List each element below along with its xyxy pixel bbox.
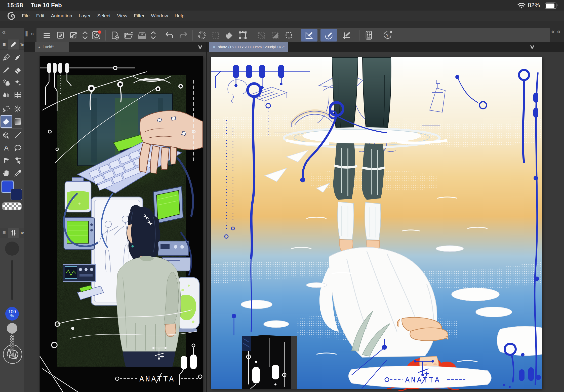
rotate-canvas-button[interactable]: [3, 344, 23, 364]
tool-figure[interactable]: [12, 129, 24, 142]
tool-eraser[interactable]: [12, 64, 24, 76]
menu-select[interactable]: Select: [94, 11, 114, 21]
canvas-shore[interactable]: ANATTA: [211, 57, 542, 389]
open-canvas-button[interactable]: [122, 29, 135, 41]
snap-to-grid-button[interactable]: [340, 29, 353, 41]
command-bar-collapse-icon[interactable]: «: [551, 28, 555, 35]
menu-help[interactable]: Help: [171, 11, 188, 21]
lasso-icon: [3, 105, 10, 113]
invert-selection-icon: [271, 31, 279, 39]
tool-selection[interactable]: [1, 103, 12, 115]
bar-expand-button[interactable]: [81, 29, 89, 41]
tool-gradient[interactable]: [12, 115, 24, 128]
save-canvas-button[interactable]: [135, 29, 149, 41]
companion-mode-button[interactable]: [67, 29, 81, 41]
undo-button[interactable]: [163, 29, 176, 41]
tool-text[interactable]: A: [1, 142, 12, 154]
expand-icon: [57, 31, 64, 39]
date: Tue 10 Feb: [31, 2, 62, 9]
tool-airbrush[interactable]: [1, 76, 12, 89]
menu-filter[interactable]: Filter: [131, 11, 148, 21]
tool-eyedropper[interactable]: [12, 167, 24, 179]
tool-pencil[interactable]: [12, 51, 24, 64]
menu-edit[interactable]: Edit: [33, 11, 48, 21]
tool-frame-border[interactable]: [12, 89, 24, 101]
tool-ruler[interactable]: [1, 154, 12, 167]
speech-balloon-icon: [14, 144, 22, 152]
tool-panel-tab[interactable]: [8, 40, 19, 50]
transparent-color-swatch[interactable]: [2, 202, 22, 210]
menu-bar: File Edit Animation Layer Select View Fi…: [0, 11, 564, 21]
help-button[interactable]: ?: [381, 29, 394, 41]
right-pane-chevron-icon[interactable]: ∨: [529, 44, 535, 50]
modified-dot-icon: ●: [38, 45, 40, 49]
snap-to-ruler-button[interactable]: [301, 29, 317, 42]
snap-to-special-ruler-button[interactable]: [320, 29, 337, 42]
tool-blend[interactable]: [1, 89, 12, 101]
new-canvas-button[interactable]: [108, 29, 122, 41]
select-area-button[interactable]: [209, 29, 222, 41]
tool-operation[interactable]: [1, 129, 12, 142]
paint-bucket-icon: [225, 31, 233, 39]
material-palette-button[interactable]: [362, 29, 376, 41]
waterdrops-icon: [3, 91, 10, 99]
clip-studio-home-button[interactable]: [89, 29, 103, 41]
right-tab-strip: × shore (150.00 x 200.00mm 1200dpi 14.7%…: [207, 42, 564, 52]
battery-percent: 82%: [528, 2, 540, 9]
text-icon: A: [3, 144, 10, 152]
tab-lucid[interactable]: ● Lucid*: [35, 42, 69, 52]
tool-pen[interactable]: [1, 51, 12, 64]
svg-text:ANATTA: ANATTA: [139, 375, 175, 384]
toolbar-drag-handle[interactable]: ⫼ »: [25, 30, 34, 37]
tool-move[interactable]: [1, 167, 12, 179]
brush-size-badge: 100%: [5, 307, 19, 321]
brush-size-track[interactable]: [11, 260, 13, 300]
main-menu-button[interactable]: [40, 29, 54, 41]
transform-button[interactable]: [236, 29, 250, 41]
tab-shore[interactable]: × shore (150.00 x 200.00mm 1200dpi 14.7%…: [209, 42, 288, 52]
triangle-ruler-icon: [3, 157, 10, 164]
redo-arrow-icon: [179, 31, 187, 39]
svg-text:A: A: [4, 144, 9, 152]
bar-expand-button-2[interactable]: [149, 29, 157, 41]
menu-animation[interactable]: Animation: [48, 11, 75, 21]
menu-layer[interactable]: Layer: [75, 11, 94, 21]
shore-artwork: ANATTA: [211, 57, 542, 389]
fill-button[interactable]: [222, 29, 236, 41]
menu-view[interactable]: View: [114, 11, 131, 21]
chevron-up-down-icon: [150, 31, 156, 40]
panel-menu-icon[interactable]: ≡: [3, 41, 6, 48]
ipad-status-bar: 15:58 Tue 10 Feb 82%: [0, 0, 564, 11]
tool-balloon[interactable]: [12, 142, 24, 154]
clip-studio-logo-icon[interactable]: [7, 12, 15, 20]
property-panel-tab[interactable]: [8, 228, 19, 238]
selection-border-button[interactable]: [282, 29, 296, 41]
tool-correct-line[interactable]: [12, 154, 24, 167]
rail-collapse-icon[interactable]: «: [2, 28, 6, 36]
sub-color-swatch[interactable]: [11, 189, 22, 200]
left-pane-chevron-icon[interactable]: ∨: [197, 44, 203, 50]
menu-file[interactable]: File: [19, 11, 33, 21]
invert-selection-button[interactable]: [268, 29, 282, 41]
tool-auto-select[interactable]: [12, 103, 24, 115]
deselect-button[interactable]: [255, 29, 268, 41]
fit-screen-button[interactable]: [54, 29, 67, 41]
left-tab-strip: ● Lucid*: [24, 42, 206, 52]
tool-decoration[interactable]: [12, 76, 24, 89]
canvas-lucid[interactable]: ANATTA: [40, 56, 203, 392]
menu-window[interactable]: Window: [148, 11, 171, 21]
tool-brush[interactable]: [1, 64, 12, 76]
close-tab-icon[interactable]: ×: [213, 44, 216, 50]
palette-collapse-icon[interactable]: «: [557, 28, 560, 35]
pen-icon: [3, 54, 10, 61]
svg-text:?: ?: [386, 33, 388, 38]
clear-button[interactable]: [195, 29, 209, 41]
frame-grid-icon: [14, 91, 22, 99]
panel-menu-icon[interactable]: ≡: [3, 229, 6, 236]
tool-fill[interactable]: [1, 115, 12, 128]
redo-button[interactable]: [176, 29, 190, 41]
brush-size-knob[interactable]: [7, 323, 17, 334]
command-bar: « ⫼ »: [0, 21, 564, 42]
pane-divider[interactable]: [206, 42, 207, 392]
line-icon: [14, 132, 22, 139]
